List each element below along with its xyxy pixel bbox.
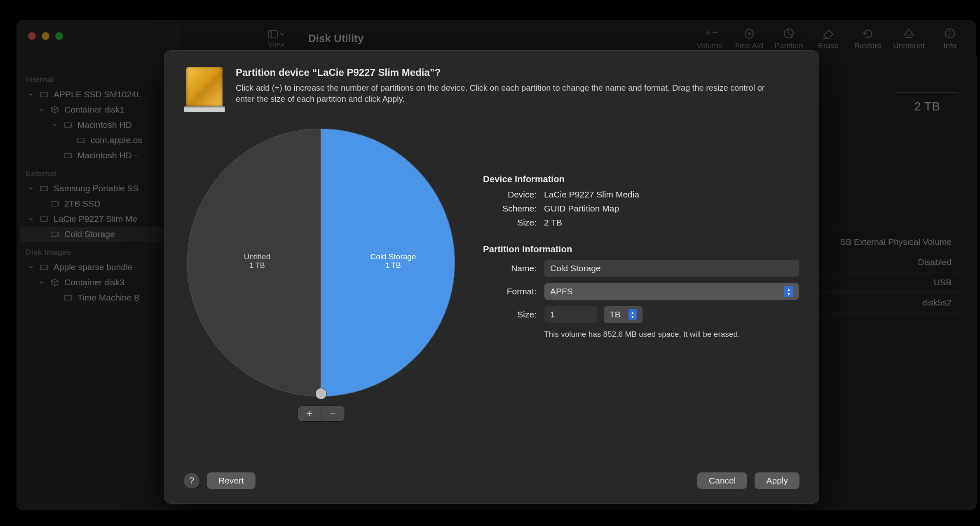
apply-button[interactable]: Apply [755, 472, 799, 489]
toolbar-restore-label: Restore [854, 41, 882, 50]
svg-point-9 [46, 188, 47, 189]
svg-point-15 [57, 234, 58, 235]
toolbar-unmount-label: Unmount [893, 41, 925, 50]
disk-icon [49, 230, 60, 238]
sidebar-item-lacie-p9227-slim-me[interactable]: LaCie P9227 Slim Me [20, 211, 178, 226]
view-mode-button[interactable] [263, 29, 289, 39]
toolbar-info-button[interactable]: Info [935, 27, 964, 50]
firstaid-icon [743, 27, 755, 40]
toolbar-partition-button[interactable]: Partition [774, 27, 803, 50]
disclosure-triangle-icon[interactable] [27, 186, 35, 191]
capacity-badge: 2 TB [894, 92, 960, 120]
svg-point-5 [83, 140, 84, 141]
sidebar-item-macintosh-hd[interactable]: Macintosh HD [20, 117, 178, 132]
toolbar-volume-button[interactable]: +−Volume [695, 27, 724, 50]
close-window-button[interactable] [28, 32, 36, 40]
help-button[interactable]: ? [184, 473, 199, 488]
toolbar-erase-button[interactable]: Erase [814, 27, 843, 50]
sidebar-item-cold-storage[interactable]: Cold Storage [20, 227, 178, 242]
sidebar-item-apple-sparse-bundle[interactable]: Apple sparse bundle [20, 260, 178, 275]
sidebar-item-label: Time Machine B [77, 293, 140, 303]
toolbar-firstaid-button[interactable]: First Aid [735, 27, 764, 50]
partition-size-unit-select[interactable]: TB ▲▼ [603, 306, 643, 323]
partition-name-input[interactable] [544, 260, 799, 277]
svg-line-28 [789, 33, 792, 36]
restore-icon [862, 27, 874, 40]
sidebar-item-label: Container disk3 [64, 277, 124, 287]
disk-icon [63, 152, 73, 159]
size-label: Size: [483, 218, 537, 228]
disclosure-triangle-icon[interactable] [38, 279, 45, 285]
partition-icon [783, 27, 795, 40]
window-controls [16, 20, 263, 40]
sidebar-item-com-apple-os[interactable]: com.apple.os [20, 133, 178, 148]
device-info-heading: Device Information [483, 174, 799, 185]
sidebar-item-apple-ssd-sm1024l[interactable]: APPLE SSD SM1024L [20, 87, 178, 102]
sidebar-item-container-disk1[interactable]: Container disk1 [20, 102, 178, 117]
dialog-subtitle: Click add (+) to increase the number of … [236, 82, 780, 105]
toolbar-erase-label: Erase [818, 41, 839, 50]
erase-warning-text: This volume has 852.6 MB used space. It … [544, 330, 799, 339]
sidebar-section-header: Internal [16, 69, 181, 87]
select-stepper-icon: ▲▼ [784, 286, 793, 297]
sidebar-item-label: 2TB SSD [64, 199, 101, 209]
svg-point-13 [46, 219, 47, 220]
svg-point-19 [70, 298, 71, 298]
sidebar-item-time-machine-b[interactable]: Time Machine B [20, 290, 178, 305]
svg-point-1 [46, 94, 47, 95]
partition-slice-untitled[interactable]: Untitled 1 TB [216, 252, 298, 270]
sidebar-item-2tb-ssd[interactable]: 2TB SSD [20, 196, 178, 211]
sidebar: InternalAPPLE SSD SM1024LContainer disk1… [16, 20, 181, 510]
add-partition-button[interactable]: + [298, 406, 321, 421]
svg-point-7 [70, 155, 71, 156]
unmount-icon [903, 27, 915, 40]
device-label: Device: [483, 190, 537, 200]
view-label: View [268, 40, 285, 49]
cancel-button[interactable]: Cancel [697, 472, 747, 489]
sidebar-item-container-disk3[interactable]: Container disk3 [20, 275, 178, 290]
toolbar-unmount-button[interactable]: Unmount [893, 27, 925, 50]
remove-partition-button[interactable]: − [321, 406, 345, 421]
revert-button[interactable]: Revert [207, 472, 256, 489]
app-title: Disk Utility [308, 32, 363, 45]
sidebar-item-macintosh-hd[interactable]: Macintosh HD - [20, 148, 178, 163]
sidebar-item-label: Samsung Portable SS [54, 183, 139, 193]
sidebar-item-label: APPLE SSD SM1024L [54, 89, 141, 99]
name-label: Name: [483, 263, 537, 273]
container-icon [49, 106, 60, 114]
disk-icon [39, 91, 49, 98]
partition-size-input[interactable] [544, 306, 598, 323]
partition-format-select[interactable]: APFS ▲▼ [544, 283, 799, 300]
sidebar-item-label: com.apple.os [91, 135, 142, 145]
disclosure-triangle-icon[interactable] [51, 122, 59, 128]
partition-pie-chart[interactable]: Untitled 1 TB Cold Storage 1 TB [187, 129, 455, 397]
zoom-window-button[interactable] [55, 32, 63, 40]
minimize-window-button[interactable] [42, 32, 49, 40]
disclosure-triangle-icon[interactable] [27, 216, 35, 222]
scheme-value: GUID Partition Map [544, 204, 799, 214]
partition-size-label: Size: [483, 310, 537, 319]
volume-icon: +− [701, 27, 719, 40]
partition-slice-cold-storage[interactable]: Cold Storage 1 TB [352, 252, 434, 270]
sidebar-item-samsung-portable-ss[interactable]: Samsung Portable SS [20, 181, 178, 196]
external-drive-icon [184, 67, 225, 112]
toolbar-restore-button[interactable]: Restore [853, 27, 882, 50]
partition-resize-handle[interactable] [316, 388, 326, 399]
sidebar-item-label: Macintosh HD [77, 120, 132, 130]
svg-point-11 [57, 204, 58, 204]
size-value: 2 TB [544, 218, 799, 228]
disk-icon [39, 263, 49, 271]
sidebar-item-label: Apple sparse bundle [54, 262, 132, 272]
disk-icon [63, 121, 73, 129]
partition-add-remove-group: + − [298, 406, 345, 421]
disclosure-triangle-icon[interactable] [38, 107, 45, 113]
disk-icon [39, 185, 49, 192]
toolbar-firstaid-label: First Aid [735, 41, 764, 50]
size-unit-value: TB [610, 310, 621, 319]
disclosure-triangle-icon[interactable] [27, 92, 35, 97]
select-stepper-icon: ▲▼ [628, 309, 637, 320]
disclosure-triangle-icon[interactable] [27, 264, 35, 270]
container-icon [49, 278, 60, 286]
sidebar-item-label: LaCie P9227 Slim Me [54, 214, 137, 224]
erase-icon [821, 27, 835, 40]
